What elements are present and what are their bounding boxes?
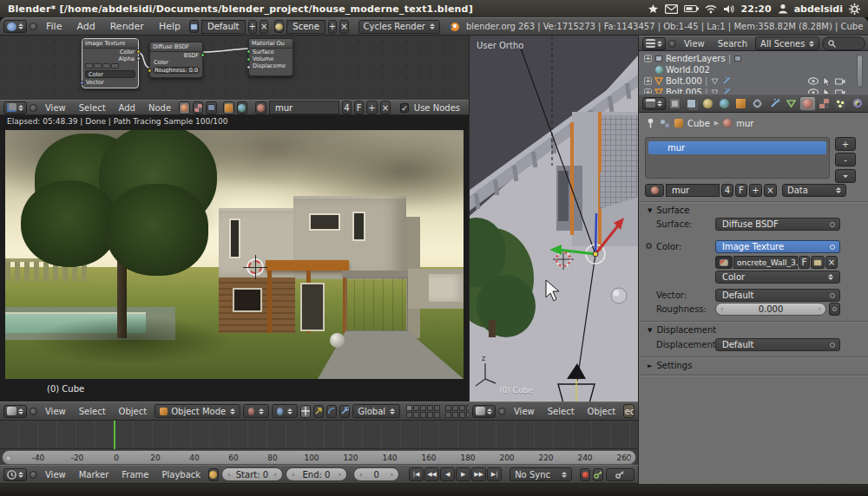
tab-physics[interactable] <box>850 96 865 111</box>
expand-icon[interactable]: + <box>644 55 652 62</box>
header-collapse-button[interactable] <box>30 104 37 112</box>
outliner-row-world[interactable]: World.002 <box>639 64 868 75</box>
menu-view[interactable]: View <box>40 470 71 480</box>
gear-icon[interactable] <box>849 3 860 15</box>
editor-type-button-info[interactable] <box>3 20 27 33</box>
outliner-scope-dropdown[interactable]: All Scenes <box>755 36 819 50</box>
shading-dropdown[interactable] <box>243 404 269 418</box>
pivot-dropdown[interactable] <box>272 404 298 418</box>
breadcrumb-material[interactable]: mur <box>736 119 753 128</box>
slider-left-arrow-icon[interactable]: ‹ <box>720 305 723 313</box>
menu-add[interactable]: Add <box>70 21 101 32</box>
node-material-output[interactable]: Material Ou Surface Volume Displaceme <box>248 38 293 76</box>
timeline-ruler[interactable]: -40 -20 0 20 40 60 80 100 120 140 160 18… <box>2 450 636 465</box>
material-link-dropdown[interactable]: Data <box>782 184 846 197</box>
mail-icon[interactable] <box>665 4 678 14</box>
previous-keyframe-button[interactable]: ◀◀ <box>424 467 439 481</box>
material-add-button[interactable]: + <box>366 101 378 114</box>
expand-icon[interactable]: + <box>644 77 652 85</box>
node-diffuse-title[interactable]: Diffuse BSDF <box>150 42 202 52</box>
socket-alpha-out[interactable] <box>136 56 141 61</box>
viewport-3d[interactable]: z User Ortho (0) Cube <box>469 36 638 401</box>
tab-render[interactable] <box>667 96 682 111</box>
tab-object[interactable] <box>733 96 749 111</box>
socket-vector-in[interactable] <box>80 81 84 85</box>
material-browse-button[interactable] <box>255 101 266 114</box>
menu-help[interactable]: Help <box>153 21 187 32</box>
renderability-camera-icon[interactable] <box>835 77 845 85</box>
render-engine-dropdown[interactable]: Cycles Render <box>358 20 440 34</box>
header-collapse-button[interactable] <box>498 408 506 415</box>
material-unlink-button[interactable]: × <box>764 184 777 197</box>
menu-marker[interactable]: Marker <box>74 470 115 480</box>
roughness-slider[interactable]: ‹ 0.000 › <box>715 303 826 316</box>
slider-left-arrow-icon[interactable]: ‹ <box>359 470 363 479</box>
material-unlink-button[interactable]: × <box>380 101 391 114</box>
menu-object[interactable]: Object <box>114 407 153 416</box>
jump-to-start-button[interactable]: |◀ <box>409 467 424 481</box>
slot-specials-button[interactable] <box>835 169 856 183</box>
image-open-button[interactable] <box>811 256 825 269</box>
visibility-eye-icon[interactable] <box>808 77 819 85</box>
header-collapse-button[interactable] <box>668 40 676 48</box>
preview-range-toggle[interactable] <box>208 468 219 481</box>
node-roughness-slider[interactable]: Roughness: 0.0 <box>153 67 200 74</box>
outliner-scrollbar[interactable] <box>857 55 863 88</box>
socket-surface-in[interactable] <box>247 49 251 54</box>
scene-browse-button[interactable] <box>274 20 284 33</box>
texture-nodes-toggle[interactable] <box>193 101 204 114</box>
manipulator-toggle[interactable] <box>300 405 311 418</box>
screen-browse-button[interactable] <box>189 20 199 33</box>
node-editor-canvas[interactable]: Image Texture Color Alpha Color Vector D… <box>0 36 469 100</box>
keying-set-button[interactable] <box>606 468 635 481</box>
material-users-button[interactable]: 4 <box>342 101 352 114</box>
render-viewport[interactable]: Elapsed: 05:48.39 | Done | Path Tracing … <box>0 115 469 401</box>
jump-to-end-button[interactable]: ▶| <box>487 467 502 481</box>
tab-material[interactable] <box>799 96 815 111</box>
slot-add-button[interactable]: + <box>835 137 856 151</box>
material-name-field[interactable]: mur <box>269 101 339 114</box>
outliner-search-input[interactable] <box>822 36 865 50</box>
menu-render[interactable]: Render <box>104 21 150 32</box>
roughness-link-button[interactable] <box>829 303 840 316</box>
header-collapse-button[interactable] <box>30 471 37 479</box>
slider-right-arrow-icon[interactable]: › <box>273 470 277 479</box>
tab-texture[interactable] <box>817 96 832 111</box>
outliner-item-label[interactable]: RenderLayers <box>666 54 726 63</box>
selectability-cursor-icon[interactable] <box>823 77 831 86</box>
material-slot-list[interactable]: mur <box>645 137 830 179</box>
compositing-nodes-toggle[interactable] <box>206 101 217 114</box>
menu-frame[interactable]: Frame <box>116 470 154 480</box>
use-nodes-checkbox[interactable]: ✓ <box>400 103 409 113</box>
socket-color-out[interactable] <box>136 49 141 54</box>
displacement-button[interactable]: Default <box>715 338 840 351</box>
auto-keyframe-button[interactable] <box>593 468 603 481</box>
rotate-manipulator-button[interactable] <box>326 405 337 418</box>
translate-manipulator-button[interactable] <box>313 405 324 418</box>
menu-view[interactable]: View <box>509 407 540 416</box>
outliner-row-bolt005[interactable]: + Bolt.005 | <box>639 87 868 94</box>
surface-section-header[interactable]: ▼ Surface <box>648 206 690 215</box>
tab-constraints[interactable] <box>750 96 766 111</box>
slot-remove-button[interactable]: - <box>835 153 856 166</box>
orientation-dropdown[interactable]: Global <box>352 404 400 418</box>
sync-dropdown[interactable]: No Sync <box>510 467 572 481</box>
menu-view[interactable]: View <box>40 407 71 416</box>
editor-type-button-nodes[interactable] <box>3 101 27 114</box>
vector-button[interactable]: Default <box>715 289 840 302</box>
screen-close-button[interactable]: × <box>260 20 268 34</box>
color-input-button[interactable]: Image Texture <box>715 240 840 253</box>
tab-scene[interactable] <box>700 96 715 111</box>
material-slot-active[interactable]: mur <box>648 141 826 154</box>
mode-dropdown[interactable]: Object Mod <box>623 404 635 418</box>
node-diffuse-bsdf[interactable]: Diffuse BSDF BSDF Color Roughness: 0.0 <box>149 42 203 78</box>
screen-layout-field[interactable]: Default <box>201 20 246 34</box>
breadcrumb-object[interactable]: Cube <box>687 119 710 128</box>
tab-world[interactable] <box>716 96 732 111</box>
displacement-section-header[interactable]: ▼ Displacement <box>648 325 716 335</box>
socket-volume-in[interactable] <box>247 57 251 62</box>
tab-modifiers[interactable] <box>766 96 782 111</box>
image-fake-user-button[interactable]: F <box>799 256 810 269</box>
outliner-item-label[interactable]: Bolt.005 <box>666 88 702 94</box>
wifi-icon[interactable] <box>705 4 717 14</box>
